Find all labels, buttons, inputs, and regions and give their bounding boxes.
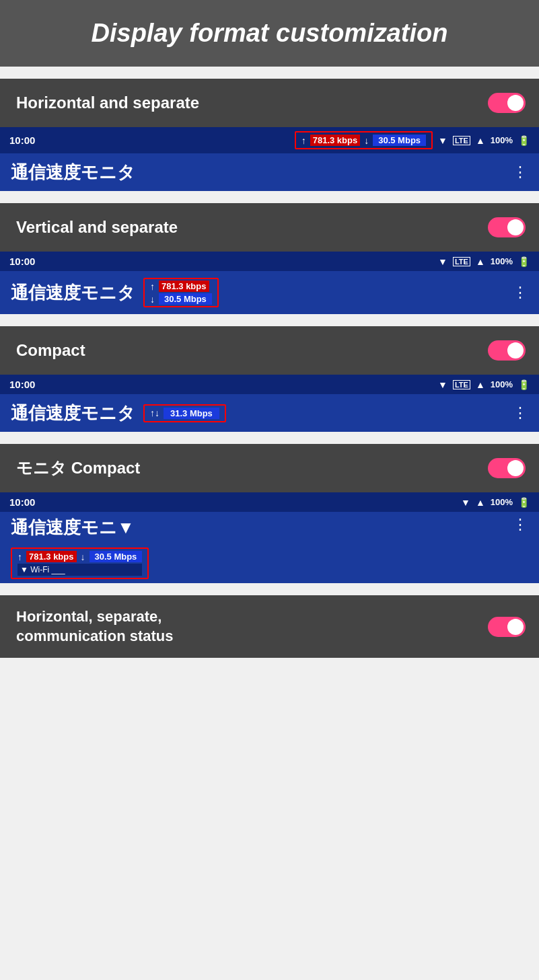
section-label-vertical: Vertical and separate xyxy=(16,218,178,237)
section-vertical-separate: Vertical and separate 10:00 ▼ LTE ▲ 100%… xyxy=(0,203,539,314)
lte-icon-1: LTE xyxy=(453,136,470,145)
wifi-icon-2: ▼ xyxy=(438,256,447,267)
spacer-3 xyxy=(0,314,539,326)
up-value-2: 781.3 kbps xyxy=(159,280,209,292)
down-arrow-4: ↓ xyxy=(81,552,85,562)
wifi-icon-3: ▼ xyxy=(438,379,447,390)
up-arrow-1: ↑ xyxy=(301,135,306,146)
toggle-row-horizontal: Horizontal and separate xyxy=(0,79,539,127)
battery-icon-4: 🔋 xyxy=(518,497,530,508)
status-bar-4: 10:00 ▼ ▲ 100% 🔋 xyxy=(0,492,539,512)
speed-indicator-compact: ↑↓ 31.3 Mbps xyxy=(143,404,226,422)
app-title-4: 通信速度モニ▼ xyxy=(11,516,135,539)
down-value-1: 30.5 Mbps xyxy=(373,135,426,146)
battery-4: 100% xyxy=(491,497,513,507)
down-value-4: 30.5 Mbps xyxy=(89,551,143,562)
time-2: 10:00 xyxy=(9,256,35,267)
app-title-1: 通信速度モニタ xyxy=(11,161,135,184)
speed-indicator-vertical: ↑ 781.3 kbps ↓ 30.5 Mbps xyxy=(143,278,219,307)
dots-menu-1[interactable]: ⋮ xyxy=(513,163,528,181)
signal-icon-3: ▲ xyxy=(476,379,485,390)
toggle-wifi[interactable] xyxy=(488,458,526,478)
status-bar-3: 10:00 ▼ LTE ▲ 100% 🔋 xyxy=(0,375,539,394)
app-title-bar-1: 通信速度モニタ ⋮ xyxy=(0,153,539,191)
up-value-4: 781.3 kbps xyxy=(26,551,77,562)
app-title-bar-2: 通信速度モニタ ↑ 781.3 kbps ↓ 30.5 Mbps ⋮ xyxy=(0,271,539,314)
up-arrow-2: ↑ xyxy=(150,281,155,292)
section-label-compact: Compact xyxy=(16,341,85,360)
wifi-status-row: ▼ Wi-Fi ___ xyxy=(17,564,142,576)
phone-mockup-wifi: 10:00 ▼ ▲ 100% 🔋 通信速度モニ▼ ↑ 781.3 kbps ↓ xyxy=(0,492,539,583)
toggle-row-wifi: モニタ Compact xyxy=(0,444,539,492)
lte-icon-2: LTE xyxy=(453,257,470,266)
toggle-vertical[interactable] xyxy=(488,217,526,237)
phone-mockup-horizontal: 10:00 ↑ 781.3 kbps ↓ 30.5 Mbps ▼ LTE ▲ 1… xyxy=(0,127,539,191)
toggle-row-vertical: Vertical and separate xyxy=(0,203,539,252)
wifi-icon-4: ▼ xyxy=(461,497,470,508)
section-horizontal-separate: Horizontal and separate 10:00 ↑ 781.3 kb… xyxy=(0,79,539,191)
up-value-1: 781.3 kbps xyxy=(310,135,361,146)
section-horizontal-wifi: モニタ Compact 10:00 ▼ ▲ 100% 🔋 通信速度モニ▼ ↑ xyxy=(0,444,539,583)
spacer-4 xyxy=(0,432,539,444)
battery-3: 100% xyxy=(491,379,513,389)
down-arrow-2: ↓ xyxy=(150,294,155,305)
combined-arrows: ↑↓ xyxy=(150,408,159,418)
dots-menu-4[interactable]: ⋮ xyxy=(513,516,528,533)
dots-menu-2[interactable]: ⋮ xyxy=(513,284,528,301)
phone-mockup-compact: 10:00 ▼ LTE ▲ 100% 🔋 通信速度モニタ ↑↓ 31.3 Mbp… xyxy=(0,375,539,432)
compact-value: 31.3 Mbps xyxy=(164,408,219,419)
time-4: 10:00 xyxy=(9,496,35,508)
toggle-row-comm: Horizontal, separate, communication stat… xyxy=(0,595,539,658)
lte-icon-3: LTE xyxy=(453,380,470,389)
status-bar-2: 10:00 ▼ LTE ▲ 100% 🔋 xyxy=(0,252,539,271)
app-title-2: 通信速度モニタ xyxy=(11,281,135,305)
page-header: Display format customization xyxy=(0,0,539,67)
spacer-5 xyxy=(0,583,539,595)
down-value-2: 30.5 Mbps xyxy=(159,293,212,305)
app-title-bar-3: 通信速度モニタ ↑↓ 31.3 Mbps ⋮ xyxy=(0,394,539,432)
battery-1: 100% xyxy=(491,135,513,145)
signal-icon-4: ▲ xyxy=(476,497,485,508)
battery-icon-3: 🔋 xyxy=(518,379,530,390)
page-title: Display format customization xyxy=(13,19,526,48)
spacer-1 xyxy=(0,67,539,79)
down-arrow-1: ↓ xyxy=(364,135,369,146)
wifi-icon-1: ▼ xyxy=(438,135,447,146)
dots-menu-3[interactable]: ⋮ xyxy=(513,404,528,422)
section-comm-status: Horizontal, separate, communication stat… xyxy=(0,595,539,658)
section-label-wifi: モニタ Compact xyxy=(16,457,140,479)
battery-icon-2: 🔋 xyxy=(518,256,530,267)
status-bar-1: 10:00 ↑ 781.3 kbps ↓ 30.5 Mbps ▼ LTE ▲ 1… xyxy=(0,127,539,153)
battery-2: 100% xyxy=(491,256,513,266)
toggle-comm[interactable] xyxy=(488,617,526,637)
phone-mockup-vertical: 10:00 ▼ LTE ▲ 100% 🔋 通信速度モニタ ↑ 781.3 kbp… xyxy=(0,252,539,314)
wifi-status-label: ▼ Wi-Fi ___ xyxy=(20,565,65,574)
app-title-3: 通信速度モニタ xyxy=(11,402,135,425)
section-compact: Compact 10:00 ▼ LTE ▲ 100% 🔋 通信速度モニタ ↑↓ … xyxy=(0,326,539,432)
time-1: 10:00 xyxy=(9,135,35,146)
toggle-compact[interactable] xyxy=(488,340,526,361)
speed-indicator-wifi: ↑ 781.3 kbps ↓ 30.5 Mbps ▼ Wi-Fi ___ xyxy=(11,548,149,579)
speed-indicator-horizontal: ↑ 781.3 kbps ↓ 30.5 Mbps xyxy=(295,131,433,149)
signal-icon-2: ▲ xyxy=(476,256,485,267)
battery-icon-1: 🔋 xyxy=(518,135,530,146)
spacer-2 xyxy=(0,191,539,203)
up-arrow-4: ↑ xyxy=(17,552,22,562)
section-label-horizontal: Horizontal and separate xyxy=(16,93,199,112)
signal-icon-1: ▲ xyxy=(476,135,485,146)
section-label-comm: Horizontal, separate, communication stat… xyxy=(16,607,231,646)
toggle-row-compact: Compact xyxy=(0,326,539,375)
app-title-bar-4: 通信速度モニ▼ ↑ 781.3 kbps ↓ 30.5 Mbps ▼ Wi-Fi… xyxy=(0,512,539,583)
toggle-horizontal[interactable] xyxy=(488,93,526,113)
time-3: 10:00 xyxy=(9,379,35,390)
